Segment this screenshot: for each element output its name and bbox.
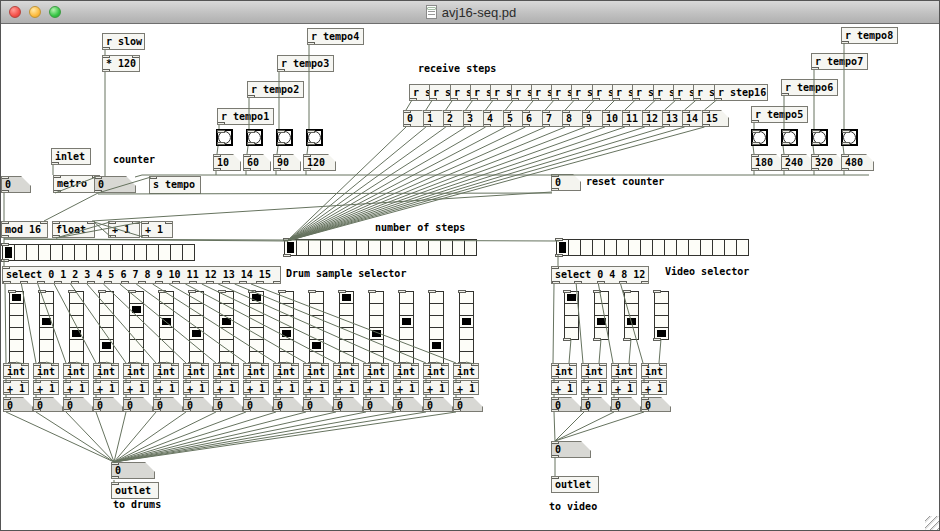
outlet-nub[interactable] [283, 254, 291, 257]
obj-r-tempo1[interactable]: r tempo1 [217, 108, 274, 125]
radio-cell-15[interactable] [182, 244, 195, 261]
inlet-nub[interactable] [582, 110, 590, 113]
outlet-nub[interactable] [51, 162, 59, 165]
inlet-nub[interactable] [458, 290, 466, 293]
inlet-nub[interactable] [471, 363, 479, 366]
inlet-nub[interactable] [3, 380, 11, 383]
outlet-nub[interactable] [653, 98, 661, 101]
outlet-nub[interactable] [751, 168, 759, 171]
obj-int-drum-3[interactable]: int [93, 363, 119, 379]
outlet-nub[interactable] [183, 376, 191, 379]
outlet-nub[interactable] [552, 281, 560, 284]
numbox-tempo3[interactable]: 90 [273, 154, 301, 171]
outlet-nub[interactable] [102, 47, 110, 50]
outlet-nub[interactable] [841, 41, 849, 44]
inlet-nub[interactable] [781, 154, 789, 157]
numbox-drum-10[interactable]: 0 [303, 397, 333, 412]
inlet-nub[interactable] [411, 363, 419, 366]
inlet-nub[interactable] [171, 380, 179, 383]
inlet-nub[interactable] [247, 130, 255, 133]
obj-int-drum-14[interactable]: int [423, 363, 449, 379]
obj-int-video-1[interactable]: int [581, 363, 607, 379]
outlet-nub[interactable] [153, 392, 161, 395]
vradio-drum-6[interactable] [189, 291, 204, 364]
bang-tempo2[interactable] [246, 129, 263, 146]
obj-r-step2[interactable]: r s [429, 84, 452, 101]
inlet-nub[interactable] [351, 363, 359, 366]
outlet-nub[interactable] [393, 409, 401, 412]
inlet-nub[interactable] [213, 397, 221, 400]
inlet-nub[interactable] [141, 363, 149, 366]
obj-plus1-drum-9[interactable]: + 1 [273, 380, 299, 395]
obj-int-drum-1[interactable]: int [33, 363, 59, 379]
outlet-nub[interactable] [781, 93, 789, 96]
numbox-drum-2[interactable]: 0 [63, 397, 93, 412]
inlet-nub[interactable] [411, 380, 419, 383]
numbox-video-1[interactable]: 0 [581, 397, 611, 412]
vradio-drum-0[interactable] [9, 291, 24, 364]
inlet-nub[interactable] [111, 363, 119, 366]
obj-plus1-drum-12[interactable]: + 1 [363, 380, 389, 395]
outlet-nub[interactable] [782, 142, 790, 145]
inlet-nub[interactable] [641, 380, 649, 383]
obj-plus1-drum-4[interactable]: + 1 [123, 380, 149, 395]
minimize-button[interactable] [29, 6, 41, 18]
outlet-nub[interactable] [273, 392, 281, 395]
obj-plus1-drum-1[interactable]: + 1 [33, 380, 59, 395]
bang-tempo6[interactable] [781, 129, 798, 146]
numbox-tempo6[interactable]: 240 [781, 154, 814, 171]
outlet-nub[interactable] [1, 259, 9, 262]
inlet-nub[interactable] [702, 110, 710, 113]
outlet-nub[interactable] [273, 281, 281, 284]
numbox-drum-15[interactable]: 0 [453, 397, 483, 412]
inlet-nub[interactable] [363, 397, 371, 400]
inlet-nub[interactable] [53, 175, 61, 178]
inlet-nub[interactable] [171, 363, 179, 366]
inlet-nub[interactable] [423, 397, 431, 400]
inlet-nub[interactable] [149, 176, 157, 179]
outlet-nub[interactable] [551, 188, 559, 191]
inlet-nub[interactable] [812, 130, 820, 133]
outlet-nub[interactable] [217, 122, 225, 125]
outlet-nub[interactable] [1, 235, 9, 238]
inlet-nub[interactable] [231, 363, 239, 366]
obj-r-tempo2[interactable]: r tempo2 [247, 81, 304, 98]
outlet-nub[interactable] [542, 124, 550, 127]
outlet-nub[interactable] [423, 409, 431, 412]
inlet-nub[interactable] [522, 110, 530, 113]
outlet-nub[interactable] [3, 281, 11, 284]
inlet-nub[interactable] [63, 397, 71, 400]
inlet-nub[interactable] [593, 290, 601, 293]
inlet-nub[interactable] [659, 363, 667, 366]
obj-outlet-video[interactable]: outlet [551, 476, 599, 493]
outlet-nub[interactable] [653, 338, 661, 341]
inlet-nub[interactable] [261, 380, 269, 383]
numbox-reset-counter[interactable]: 0 [551, 174, 581, 191]
inlet-nub[interactable] [243, 380, 251, 383]
numbox-video-0[interactable]: 0 [551, 397, 581, 412]
outlet-nub[interactable] [102, 69, 110, 72]
vradio-drum-10[interactable] [309, 291, 324, 364]
outlet-nub[interactable] [409, 98, 417, 101]
vradio-drum-14[interactable] [429, 291, 444, 364]
outlet-nub[interactable] [93, 409, 101, 412]
inlet-nub[interactable] [38, 290, 46, 293]
inlet-nub[interactable] [483, 110, 491, 113]
bang-tempo7[interactable] [811, 129, 828, 146]
outlet-nub[interactable] [303, 376, 311, 379]
inlet-nub[interactable] [218, 290, 226, 293]
outlet-nub[interactable] [611, 376, 619, 379]
outlet-nub[interactable] [123, 392, 131, 395]
inlet-nub[interactable] [68, 290, 76, 293]
obj-int-drum-4[interactable]: int [123, 363, 149, 379]
numbox-tempo8[interactable]: 480 [841, 154, 874, 171]
inlet-nub[interactable] [141, 221, 149, 224]
outlet-nub[interactable] [247, 95, 255, 98]
outlet-nub[interactable] [63, 392, 71, 395]
inlet-nub[interactable] [188, 290, 196, 293]
inlet-nub[interactable] [201, 363, 209, 366]
inlet-nub[interactable] [111, 380, 119, 383]
inlet-nub[interactable] [542, 110, 550, 113]
inlet-nub[interactable] [291, 380, 299, 383]
inlet-nub[interactable] [393, 380, 401, 383]
